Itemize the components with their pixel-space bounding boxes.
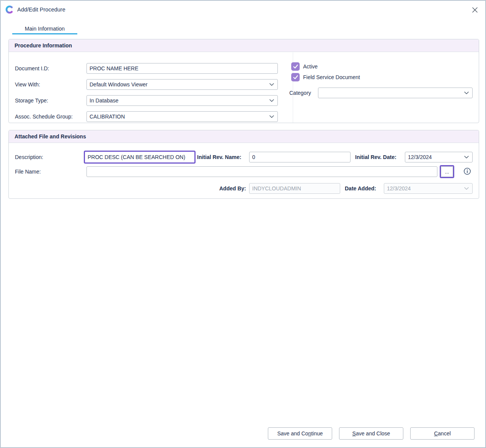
save-and-continue-label: Save and Co [277, 430, 308, 437]
active-checkbox-label: Active [303, 63, 318, 70]
save-and-close-button[interactable]: Save and Close [339, 427, 403, 440]
chevron-down-icon [464, 92, 469, 94]
initial-rev-name-input[interactable] [249, 152, 351, 162]
cancel-button[interactable]: Cancel [410, 427, 475, 440]
chevron-down-icon [464, 156, 469, 159]
view-with-label: View With: [15, 81, 40, 88]
initial-rev-name-label: Initial Rev. Name: [197, 154, 241, 161]
browse-button-highlight: ... [440, 165, 454, 178]
save-and-continue-mnemonic: n [308, 430, 311, 437]
chevron-down-icon [464, 187, 469, 190]
titlebar: Add/Edit Procedure [1, 1, 485, 18]
save-and-continue-label-rest: tinue [311, 430, 323, 437]
added-by-input [249, 183, 340, 194]
field-service-document-checkbox-label: Field Service Document [303, 74, 360, 80]
save-and-close-label-rest: ave and Close [356, 430, 390, 437]
view-with-value: Default Windows Viewer [90, 81, 147, 88]
app-logo-icon [5, 5, 14, 14]
close-icon[interactable] [471, 6, 479, 14]
info-circle-icon[interactable] [463, 167, 471, 175]
active-checkbox[interactable]: Active [291, 62, 318, 71]
checkbox-checked-icon [291, 73, 300, 81]
file-name-label: File Name: [15, 168, 41, 175]
initial-rev-date-label: Initial Rev. Date: [355, 154, 396, 161]
procedure-information-group: Procedure Information Document I.D: View… [8, 39, 479, 123]
added-by-label: Added By: [208, 185, 246, 192]
cancel-label-rest: ancel [438, 430, 450, 437]
checkbox-checked-icon [291, 62, 300, 71]
tab-main-information[interactable]: Main Information [12, 23, 77, 34]
storage-type-label: Storage Type: [15, 97, 48, 104]
chevron-down-icon [269, 99, 274, 102]
tab-label: Main Information [25, 26, 65, 32]
save-and-close-mnemonic: S [352, 430, 356, 437]
assoc-schedule-group-value: CALIBRATION [90, 114, 125, 120]
category-dropdown[interactable] [318, 88, 473, 98]
storage-type-value: In Database [90, 97, 119, 104]
assoc-schedule-group-dropdown[interactable]: CALIBRATION [86, 111, 278, 122]
file-name-input[interactable] [86, 166, 437, 177]
browse-button[interactable]: ... [441, 166, 453, 177]
assoc-schedule-group-label: Assoc. Schedule Group: [15, 113, 73, 120]
description-input[interactable] [84, 151, 196, 164]
cancel-mnemonic: C [434, 430, 438, 437]
date-added-dropdown: 12/3/2024 [384, 183, 473, 194]
add-edit-procedure-dialog: Add/Edit Procedure Main Information Proc… [0, 0, 486, 448]
date-added-label: Date Added: [345, 185, 376, 192]
save-and-continue-button[interactable]: Save and Continue [268, 427, 332, 440]
field-service-document-checkbox[interactable]: Field Service Document [291, 73, 360, 81]
attached-file-and-revisions-header: Attached File and Revisions [9, 130, 479, 143]
view-with-dropdown[interactable]: Default Windows Viewer [86, 79, 278, 90]
attached-file-and-revisions-group: Attached File and Revisions Description:… [8, 130, 479, 199]
storage-type-dropdown[interactable]: In Database [86, 95, 278, 106]
chevron-down-icon [269, 115, 274, 118]
category-label: Category [289, 89, 311, 96]
document-id-input[interactable] [86, 63, 278, 74]
initial-rev-date-dropdown[interactable]: 12/3/2024 [405, 152, 473, 162]
tab-underline [12, 33, 77, 34]
document-id-label: Document I.D: [15, 65, 49, 72]
description-label: Description: [15, 154, 43, 161]
footer-buttons: Save and Continue Save and Close Cancel [268, 427, 475, 440]
procedure-information-header: Procedure Information [9, 39, 479, 52]
initial-rev-date-value: 12/3/2024 [408, 154, 432, 160]
chevron-down-icon [269, 83, 274, 86]
window-title: Add/Edit Procedure [17, 6, 65, 13]
date-added-value: 12/3/2024 [387, 185, 411, 192]
